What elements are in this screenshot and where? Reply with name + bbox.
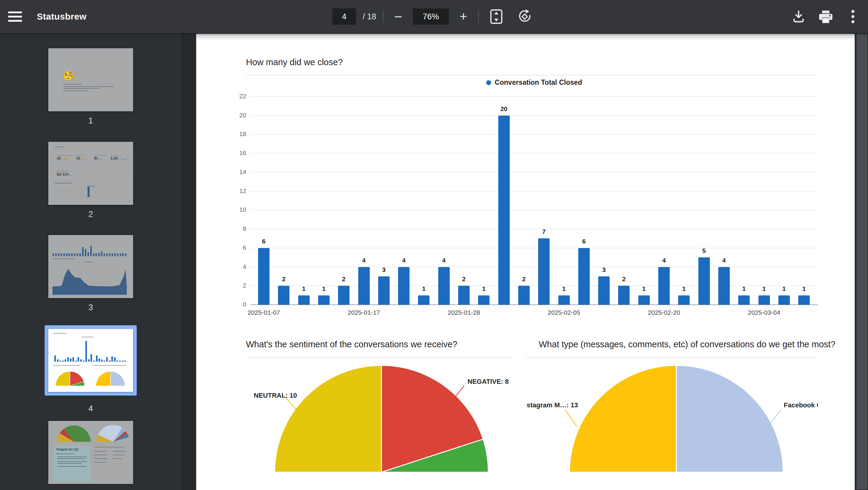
mini-bar <box>90 246 92 256</box>
bar <box>798 295 810 305</box>
bar-value-label: 5 <box>692 247 716 254</box>
mini-bar <box>109 361 111 361</box>
gridline <box>250 96 818 97</box>
mini-bar <box>88 252 89 256</box>
toolbar-divider <box>383 10 383 23</box>
bar <box>258 248 270 305</box>
more-options-button[interactable] <box>842 6 864 28</box>
y-axis-tick-label: 14 <box>229 168 246 175</box>
instagram-slice-label: stagram M…: 13 <box>527 401 578 409</box>
mini-bar <box>85 249 86 256</box>
thumb5-mini-pie-left <box>57 425 91 442</box>
mini-bar <box>98 253 100 256</box>
legend-dot-icon <box>486 80 491 85</box>
main-scrollbar-thumb[interactable] <box>857 34 867 489</box>
thumbnail-number: 2 <box>48 210 133 219</box>
menu-button[interactable] <box>4 6 26 28</box>
hamburger-icon <box>8 11 22 22</box>
mini-bar <box>106 254 108 256</box>
toolbar: Statusbrew 4 / 18 − 76% + <box>0 0 868 33</box>
bar-value-label: 1 <box>472 285 496 292</box>
thumbnail-page-3[interactable]: 3 <box>48 235 133 312</box>
zoom-out-button[interactable]: − <box>390 8 406 25</box>
download-button[interactable] <box>788 6 809 28</box>
bar <box>538 238 550 305</box>
bar-chart-legend: Conversation Total Closed <box>250 78 818 87</box>
bar-value-label: 2 <box>272 275 296 283</box>
bar-value-label: 7 <box>532 228 556 235</box>
facebook comments-slice <box>676 365 783 472</box>
mini-bar <box>71 253 73 256</box>
thumbnail-sidebar: 🧐 1 43 19 91 3.3K <box>0 33 181 490</box>
y-axis-tick-label: 16 <box>229 149 246 157</box>
mini-bar <box>112 356 113 361</box>
mini-bar <box>98 358 100 361</box>
y-axis-tick-label: 4 <box>229 263 246 270</box>
neutral-slice <box>275 365 381 472</box>
bar-value-label: 3 <box>592 266 616 273</box>
neutral-slice-label: NEUTRAL: 10 <box>254 392 297 399</box>
x-axis-tick-label: 2025-02-05 <box>534 309 594 316</box>
bar <box>738 295 750 305</box>
bar-value-label: 6 <box>252 238 276 245</box>
mini-bar <box>117 361 118 361</box>
page-number-input[interactable]: 4 <box>332 8 356 25</box>
bar <box>418 295 430 305</box>
bar <box>458 286 470 305</box>
bar <box>558 295 570 305</box>
bar-value-label: 3 <box>372 266 396 273</box>
bar-value-label: 1 <box>312 285 336 292</box>
bar-value-label: 4 <box>432 257 456 264</box>
bar <box>678 295 690 305</box>
negative-slice-label: NEGATIVE: 8 <box>467 378 509 386</box>
gridline <box>250 115 818 116</box>
thumb2-stat: 91 <box>94 156 98 161</box>
bar-value-label: 1 <box>672 285 696 292</box>
thumbnail-page-1[interactable]: 🧐 1 <box>48 48 133 126</box>
type-half-pie <box>568 364 785 473</box>
document-title: Statusbrew <box>37 11 87 22</box>
zoom-level-input[interactable]: 76% <box>413 8 449 25</box>
fit-to-page-button[interactable] <box>486 6 507 28</box>
zoom-in-button[interactable]: + <box>456 8 472 25</box>
thumbnail-page-5[interactable]: Targets for Q1 <box>48 421 133 484</box>
page-total-label: / 18 <box>363 12 376 22</box>
mini-bar <box>74 254 75 256</box>
print-icon <box>818 9 833 24</box>
bar <box>578 248 590 305</box>
thumbnail-number: 4 <box>48 404 133 413</box>
bar-value-label: 1 <box>412 285 436 292</box>
mini-bar <box>101 359 103 361</box>
bar <box>398 267 409 305</box>
thumb2-stat: 43 <box>57 156 61 161</box>
bar-chart-title: How many did we close? <box>246 57 343 67</box>
mini-bar <box>72 357 74 361</box>
mini-bar <box>120 254 121 256</box>
mini-bar <box>114 253 116 256</box>
bar <box>318 295 330 305</box>
bar-value-label: 2 <box>452 275 476 283</box>
main-scrollbar[interactable] <box>855 33 868 490</box>
print-button[interactable] <box>815 6 837 28</box>
bar-value-label: 4 <box>352 257 376 264</box>
mini-bar <box>67 357 69 361</box>
bar-chart-plot: 024681012141618202262025-01-07211242025-… <box>250 97 818 305</box>
facebook comments-slice <box>111 371 125 386</box>
y-axis-tick-label: 0 <box>229 301 246 308</box>
thumbnail-page-4-selected[interactable]: 4 <box>45 325 137 396</box>
gridline <box>250 134 818 135</box>
rotate-button[interactable] <box>514 6 536 28</box>
divider <box>246 75 818 75</box>
x-axis-tick-label: 2025-02-20 <box>634 309 694 316</box>
mini-bar <box>112 254 113 256</box>
mini-bar <box>122 361 123 361</box>
bar <box>598 276 610 305</box>
thumb2-stat: 19 <box>76 156 80 161</box>
mini-bar <box>82 247 84 256</box>
thumbnail-number: 1 <box>48 116 133 126</box>
bar <box>478 295 490 305</box>
thumbnail-page-2[interactable]: 43 19 91 3.3K 8d 11h <box>48 142 133 219</box>
mini-bar <box>95 254 97 256</box>
mini-bar <box>103 254 105 256</box>
mini-bar <box>75 361 77 361</box>
